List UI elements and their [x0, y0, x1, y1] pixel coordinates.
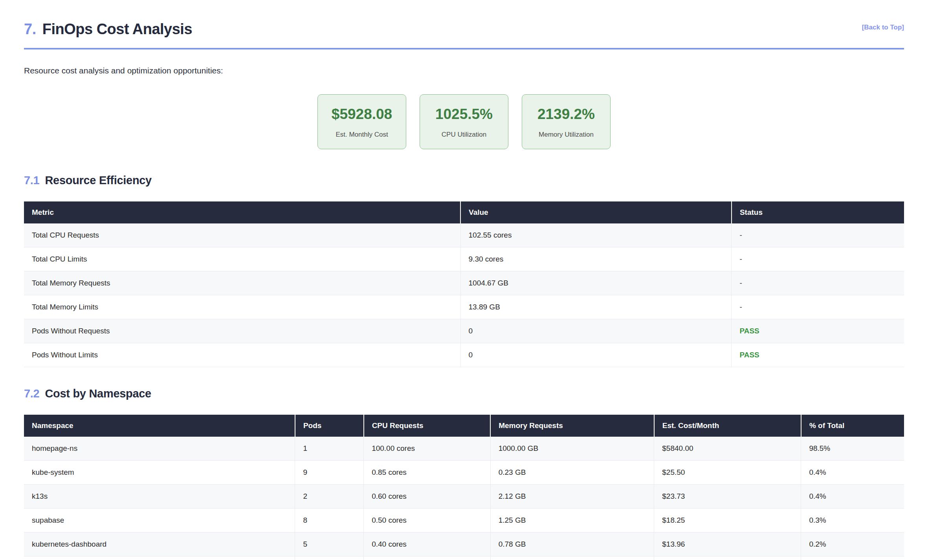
- table-cell: 0.2%: [801, 532, 904, 556]
- table-row: Total CPU Requests102.55 cores-: [24, 223, 904, 247]
- table-cell: 0.4%: [801, 484, 904, 508]
- table-row: ingress-nginx10.10 cores0.09 GB$3.180.1%: [24, 556, 904, 560]
- table-cell: 8: [295, 508, 364, 532]
- table-cell: kube-system: [24, 460, 295, 484]
- table-cell: 0: [460, 343, 732, 367]
- table-cell: 1000.00 GB: [490, 437, 654, 461]
- metric-card: 2139.2%Memory Utilization: [522, 94, 611, 149]
- table-cell: -: [732, 295, 904, 319]
- table-cell: 2.12 GB: [490, 484, 654, 508]
- table-cell: 102.55 cores: [460, 223, 732, 247]
- table-cell: 0.78 GB: [490, 532, 654, 556]
- column-header: Metric: [24, 201, 460, 223]
- section-number: 7.1: [24, 174, 39, 187]
- table-cell: Total CPU Requests: [24, 223, 460, 247]
- metric-card: $5928.08Est. Monthly Cost: [317, 94, 406, 149]
- column-header: Est. Cost/Month: [654, 415, 801, 437]
- table-cell: 1.25 GB: [490, 508, 654, 532]
- metric-value: $5928.08: [331, 106, 392, 123]
- page-title-text: FinOps Cost Analysis: [42, 21, 192, 37]
- table-cell: PASS: [732, 343, 904, 367]
- page-title: 7.FinOps Cost Analysis: [24, 20, 192, 38]
- table-cell: -: [732, 223, 904, 247]
- table-row: kubernetes-dashboard50.40 cores0.78 GB$1…: [24, 532, 904, 556]
- table-row: Total Memory Limits13.89 GB-: [24, 295, 904, 319]
- report-header: 7.FinOps Cost Analysis [Back to Top]: [24, 0, 904, 49]
- back-to-top-link[interactable]: [Back to Top]: [862, 24, 904, 31]
- metric-label: Memory Utilization: [536, 131, 597, 139]
- table-cell: 0.4%: [801, 460, 904, 484]
- table-cell: 1004.67 GB: [460, 271, 732, 295]
- column-header: Namespace: [24, 415, 295, 437]
- column-header: Value: [460, 201, 732, 223]
- table-cell: Pods Without Requests: [24, 319, 460, 343]
- table-cell: supabase: [24, 508, 295, 532]
- table-cell: 9: [295, 460, 364, 484]
- intro-text: Resource cost analysis and optimization …: [24, 66, 904, 75]
- table-cell: 0.3%: [801, 508, 904, 532]
- table-cell: 100.00 cores: [364, 437, 491, 461]
- table-cell: 0.85 cores: [364, 460, 491, 484]
- table-cell: ingress-nginx: [24, 556, 295, 560]
- table-cell: -: [732, 271, 904, 295]
- summary-cards: $5928.08Est. Monthly Cost1025.5%CPU Util…: [24, 94, 904, 149]
- table-cell: Total Memory Requests: [24, 271, 460, 295]
- table-cell: -: [732, 247, 904, 271]
- section-number: 7.: [24, 21, 36, 37]
- section-number: 7.2: [24, 387, 39, 400]
- table-cell: 0.1%: [801, 556, 904, 560]
- table-cell: 5: [295, 532, 364, 556]
- table-row: homepage-ns1100.00 cores1000.00 GB$5840.…: [24, 437, 904, 461]
- section-title-text: Resource Efficiency: [45, 174, 152, 187]
- table-cell: $3.18: [654, 556, 801, 560]
- table-row: Pods Without Limits0PASS: [24, 343, 904, 367]
- table-row: Total Memory Requests1004.67 GB-: [24, 271, 904, 295]
- table-cell: 98.5%: [801, 437, 904, 461]
- cost-by-namespace-table: NamespacePodsCPU RequestsMemory Requests…: [24, 415, 904, 560]
- table-cell: $25.50: [654, 460, 801, 484]
- table-cell: 9.30 cores: [460, 247, 732, 271]
- table-cell: Pods Without Limits: [24, 343, 460, 367]
- table-cell: 13.89 GB: [460, 295, 732, 319]
- table-cell: 2: [295, 484, 364, 508]
- table-row: Total CPU Limits9.30 cores-: [24, 247, 904, 271]
- column-header: Pods: [295, 415, 364, 437]
- metric-card: 1025.5%CPU Utilization: [420, 94, 508, 149]
- table-cell: 0: [460, 319, 732, 343]
- table-cell: 1: [295, 437, 364, 461]
- table-cell: 0.23 GB: [490, 460, 654, 484]
- column-header: % of Total: [801, 415, 904, 437]
- column-header: Status: [732, 201, 904, 223]
- metric-label: CPU Utilization: [433, 131, 495, 139]
- table-cell: 1: [295, 556, 364, 560]
- table-cell: $23.73: [654, 484, 801, 508]
- table-cell: Total Memory Limits: [24, 295, 460, 319]
- column-header: Memory Requests: [490, 415, 654, 437]
- table-header-row: MetricValueStatus: [24, 201, 904, 223]
- table-cell: 0.50 cores: [364, 508, 491, 532]
- section-resource-efficiency: 7.1Resource Efficiency MetricValueStatus…: [24, 174, 904, 367]
- table-cell: 0.60 cores: [364, 484, 491, 508]
- section-title-cost-by-namespace: 7.2Cost by Namespace: [24, 387, 904, 401]
- metric-value: 2139.2%: [536, 106, 597, 123]
- section-cost-by-namespace: 7.2Cost by Namespace NamespacePodsCPU Re…: [24, 387, 904, 560]
- table-cell: PASS: [732, 319, 904, 343]
- table-cell: $13.96: [654, 532, 801, 556]
- table-cell: 0.10 cores: [364, 556, 491, 560]
- table-header-row: NamespacePodsCPU RequestsMemory Requests…: [24, 415, 904, 437]
- table-cell: kubernetes-dashboard: [24, 532, 295, 556]
- resource-efficiency-table: MetricValueStatusTotal CPU Requests102.5…: [24, 201, 904, 367]
- metric-label: Est. Monthly Cost: [331, 131, 392, 139]
- table-row: k13s20.60 cores2.12 GB$23.730.4%: [24, 484, 904, 508]
- table-cell: $18.25: [654, 508, 801, 532]
- table-row: Pods Without Requests0PASS: [24, 319, 904, 343]
- column-header: CPU Requests: [364, 415, 491, 437]
- section-title-text: Cost by Namespace: [45, 387, 151, 400]
- table-row: supabase80.50 cores1.25 GB$18.250.3%: [24, 508, 904, 532]
- metric-value: 1025.5%: [433, 106, 495, 123]
- table-cell: homepage-ns: [24, 437, 295, 461]
- table-cell: 0.40 cores: [364, 532, 491, 556]
- finops-report-page: 7.FinOps Cost Analysis [Back to Top] Res…: [0, 0, 928, 560]
- section-title-resource-efficiency: 7.1Resource Efficiency: [24, 174, 904, 187]
- table-cell: 0.09 GB: [490, 556, 654, 560]
